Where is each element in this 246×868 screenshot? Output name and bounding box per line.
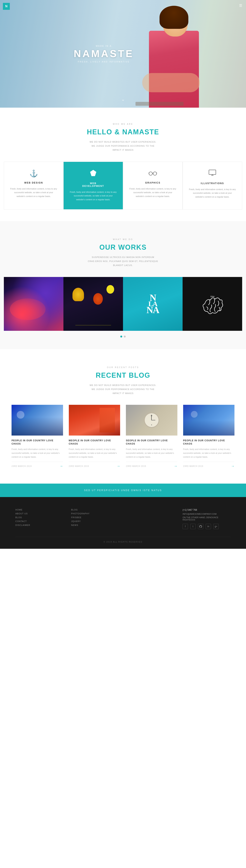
svg-text:time: time bbox=[210, 295, 214, 298]
blog-date-1: 23RD MARCH 2019 bbox=[11, 465, 32, 467]
blog-read-more-2[interactable]: → bbox=[117, 464, 120, 468]
works-gallery: NLANA bbox=[4, 277, 242, 331]
recent-blog-section: OUR RECENT POSTS RECENT BLOG WE DO NOT B… bbox=[0, 349, 246, 484]
footer-col-2: BLOG PHOTOGRAPHY FRISBEE JQUERY NEWS bbox=[71, 508, 119, 529]
diamond-icon bbox=[69, 169, 117, 178]
svg-line-5 bbox=[149, 173, 149, 173]
who-we-are-section: WHO WE ARE HELLO & NAMASTE WE DO NOT BUI… bbox=[0, 107, 246, 221]
footer-phone: (+1) 5467 768 bbox=[183, 508, 230, 511]
svg-point-3 bbox=[153, 172, 157, 175]
blog-date-4: 23RD MARCH 2019 bbox=[183, 465, 203, 467]
blog-meta-2: 23RD MARCH 2019 → bbox=[69, 462, 120, 468]
footer-social-links: f t in g+ bbox=[183, 524, 230, 529]
blog-excerpt-1: Fresh, lively and informative content, i… bbox=[11, 447, 63, 459]
blog-card-4: PEOPLE IN OUR COUNTRY LOVE CHAOS Fresh, … bbox=[183, 405, 235, 468]
social-github[interactable] bbox=[198, 524, 203, 529]
scroll-indicator[interactable]: ⌄ bbox=[121, 97, 125, 102]
footer-link-about[interactable]: ABOUT US bbox=[16, 513, 63, 515]
footer-link-home[interactable]: HOME bbox=[16, 508, 63, 511]
blog-section-label: OUR RECENT POSTS bbox=[11, 366, 235, 368]
footer-link-contact[interactable]: CONTACT bbox=[16, 520, 63, 522]
blog-meta-1: 23RD MARCH 2019 → bbox=[11, 462, 63, 468]
our-works-section: WHAT WE DO OUR WORKS SUSPENDISSE ULTRICE… bbox=[0, 221, 246, 349]
work-item-1[interactable] bbox=[4, 277, 63, 331]
footer-divider bbox=[16, 537, 230, 537]
works-section-label: WHAT WE DO bbox=[4, 238, 242, 241]
footer-col-3 bbox=[127, 508, 175, 529]
service-name-web-development: WEBDEVELOPMENT bbox=[69, 182, 117, 187]
service-card-web-development[interactable]: WEBDEVELOPMENT Fresh, lively and informa… bbox=[63, 162, 123, 210]
blog-image-4 bbox=[183, 405, 235, 436]
blog-title-4: PEOPLE IN OUR COUNTRY LOVE CHAOS bbox=[183, 439, 235, 445]
service-card-illustrations[interactable]: ILLUSTRATIONS Fresh, lively and informat… bbox=[183, 162, 242, 210]
who-section-title: HELLO & NAMASTE bbox=[4, 128, 242, 136]
service-text-web-design: Fresh, lively and informative content, i… bbox=[10, 187, 58, 198]
service-card-web-design[interactable]: ⚓ WEB DESIGN Fresh, lively and informati… bbox=[4, 162, 63, 210]
hero-tagline: MADE IN A bbox=[73, 45, 134, 47]
blog-read-more-4[interactable]: → bbox=[231, 464, 235, 468]
footer-link-blog2[interactable]: BLOG bbox=[71, 508, 119, 511]
social-linkedin[interactable]: in bbox=[206, 524, 211, 529]
service-text-illustrations: Fresh, lively and informative content, i… bbox=[188, 188, 236, 199]
hero-subtitle: FRESH, LIVELY AND INFORMATIVE bbox=[73, 61, 134, 63]
blog-card-3: 12 6 SEOPLE IN OUR COUNTRY LOVE CHAOS Fr… bbox=[126, 405, 177, 468]
svg-point-2 bbox=[149, 172, 152, 175]
blog-card-1: PEOPLE IN OUR COUNTRY LOVE CHAOS Fresh, … bbox=[11, 405, 63, 468]
footer-link-jquery[interactable]: JQUERY bbox=[71, 520, 119, 522]
footer-copyright: © 2019 ALL RIGHTS RESERVED bbox=[16, 541, 230, 543]
blog-title-2: MEOPLE IN OUR COUNTRY LOVE CHAOS bbox=[69, 439, 120, 445]
blog-read-more-1[interactable]: → bbox=[60, 464, 63, 468]
services-grid: ⚓ WEB DESIGN Fresh, lively and informati… bbox=[4, 162, 242, 210]
svg-rect-7 bbox=[209, 170, 216, 175]
monitor-icon bbox=[188, 169, 236, 178]
who-section-label: WHO WE ARE bbox=[4, 123, 242, 125]
blog-title-3: SEOPLE IN OUR COUNTRY LOVE CHAOS bbox=[126, 439, 177, 445]
footer-col-1: HOME ABOUT US BLOG CONTACT DISCLAIMER bbox=[16, 508, 63, 529]
works-section-title: OUR WORKS bbox=[4, 243, 242, 251]
work-4-overlay: time bbox=[183, 277, 242, 331]
hero-section: N ☰ MADE IN A NAMASTE FRESH, LIVELY AND … bbox=[0, 0, 246, 107]
blog-section-desc: WE DO NOT BUILD WEBSITES BUT USER EXPERI… bbox=[87, 383, 159, 395]
work-3-overlay: NLANA bbox=[123, 277, 183, 331]
service-name-graphics: GRAPHICS bbox=[129, 181, 177, 184]
social-facebook[interactable]: f bbox=[183, 524, 188, 529]
blog-title-1: PEOPLE IN OUR COUNTRY LOVE CHAOS bbox=[11, 439, 63, 445]
blog-image-3: 12 6 bbox=[126, 405, 177, 436]
footer-other-info: ON THE OTHER HAND, DENOUNCE RIGHTEOUS bbox=[183, 516, 230, 521]
blog-excerpt-4: Fresh, lively and informative content, i… bbox=[183, 447, 235, 459]
cta-text: SED UT PERSPICIATIS UNDE OMNIS ISTE NATU… bbox=[11, 489, 235, 492]
blog-date-2: 23RD MARCH 2019 bbox=[69, 465, 89, 467]
who-section-desc: WE DO NOT BUILD WEBSITES BUT USER EXPERI… bbox=[87, 140, 159, 152]
hero-logo: N bbox=[3, 3, 10, 10]
works-dot-1[interactable] bbox=[120, 336, 122, 338]
footer-columns: HOME ABOUT US BLOG CONTACT DISCLAIMER BL… bbox=[16, 508, 230, 529]
work-item-3[interactable]: NLANA bbox=[123, 277, 183, 331]
hamburger-menu[interactable]: ☰ bbox=[239, 3, 242, 8]
service-name-web-design: WEB DESIGN bbox=[10, 181, 58, 184]
works-pagination bbox=[4, 331, 242, 349]
footer-link-news[interactable]: NEWS bbox=[71, 524, 119, 526]
work-item-4[interactable]: time bbox=[183, 277, 242, 331]
service-name-illustrations: ILLUSTRATIONS bbox=[188, 182, 236, 185]
hero-content: MADE IN A NAMASTE FRESH, LIVELY AND INFO… bbox=[73, 45, 134, 63]
blog-excerpt-3: Fresh, lively and informative content, i… bbox=[126, 447, 177, 459]
works-dot-2[interactable] bbox=[124, 336, 126, 338]
works-section-desc: SUSPENDISSE ULTRICES EU MASSA NON INTERD… bbox=[87, 255, 159, 267]
social-google-plus[interactable]: g+ bbox=[213, 524, 219, 529]
blog-date-3: 23RD MARCH 2019 bbox=[126, 465, 146, 467]
blog-read-more-3[interactable]: → bbox=[174, 464, 177, 468]
blog-card-2: MEOPLE IN OUR COUNTRY LOVE CHAOS Fresh, … bbox=[69, 405, 120, 468]
footer: HOME ABOUT US BLOG CONTACT DISCLAIMER BL… bbox=[0, 497, 246, 549]
footer-link-disclaimer[interactable]: DISCLAIMER bbox=[16, 524, 63, 526]
service-text-graphics: Fresh, lively and informative content, i… bbox=[129, 187, 177, 198]
footer-link-frisbee[interactable]: FRISBEE bbox=[71, 516, 119, 519]
anchor-icon: ⚓ bbox=[10, 169, 58, 178]
footer-link-blog[interactable]: BLOG bbox=[16, 516, 63, 519]
blog-grid: PEOPLE IN OUR COUNTRY LOVE CHAOS Fresh, … bbox=[11, 405, 235, 468]
footer-email: INFO@AWESOMECOMPANY.COM bbox=[183, 513, 230, 515]
service-card-graphics[interactable]: GRAPHICS Fresh, lively and informative c… bbox=[123, 162, 183, 210]
work-item-2[interactable] bbox=[63, 277, 123, 331]
social-twitter[interactable]: t bbox=[190, 524, 196, 529]
footer-link-photography[interactable]: PHOTOGRAPHY bbox=[71, 513, 119, 515]
cta-banner: SED UT PERSPICIATIS UNDE OMNIS ISTE NATU… bbox=[0, 484, 246, 497]
